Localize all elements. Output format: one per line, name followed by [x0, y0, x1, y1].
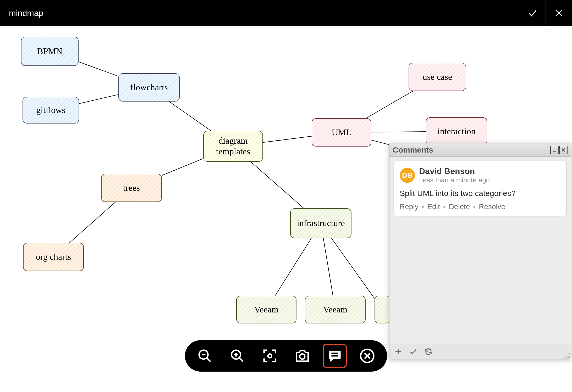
comment-timestamp: Less than a minute ago	[419, 176, 490, 184]
toolbar-close-button[interactable]	[358, 346, 377, 365]
zoom-out-button[interactable]	[195, 346, 214, 365]
refresh-button[interactable]	[425, 348, 432, 356]
edge-infrastructure-veeam1[interactable]	[275, 238, 311, 296]
comments-icon	[327, 348, 343, 364]
svg-line-6	[239, 358, 243, 362]
comments-button[interactable]	[325, 346, 344, 365]
resize-handle[interactable]	[564, 353, 570, 359]
node-flowcharts[interactable]: flowcharts	[118, 73, 180, 102]
svg-point-9	[268, 354, 272, 358]
fit-screen-icon	[262, 348, 277, 363]
comments-panel[interactable]: Comments DB David Benson Less than a min…	[389, 143, 571, 359]
confirm-button[interactable]	[519, 0, 546, 26]
minimize-icon	[552, 147, 557, 153]
resolve-all-button[interactable]	[409, 348, 417, 356]
add-comment-button[interactable]	[394, 348, 402, 356]
camera-button[interactable]	[293, 346, 312, 365]
edge-diagram-infrastructure[interactable]	[251, 162, 304, 208]
edge-uml-interaction[interactable]	[371, 132, 426, 132]
comment-text: Split UML into its two categories?	[400, 189, 560, 198]
zoom-in-icon	[230, 348, 245, 363]
comments-body[interactable]: DB David Benson Less than a minute ago S…	[389, 157, 571, 344]
resolve-link[interactable]: Resolve	[479, 203, 505, 211]
camera-icon	[294, 348, 310, 364]
node-hidden_green[interactable]	[375, 296, 390, 323]
edge-flowcharts-diagram[interactable]	[169, 102, 211, 131]
page-title: mindmap	[0, 8, 43, 18]
header-actions	[519, 0, 572, 26]
edge-diagram-trees[interactable]	[162, 159, 203, 176]
node-interaction[interactable]: interaction	[426, 117, 487, 145]
edge-infrastructure-hidden_green[interactable]	[332, 238, 375, 299]
comment-card[interactable]: DB David Benson Less than a minute ago S…	[394, 161, 566, 216]
edge-diagram-uml[interactable]	[263, 136, 312, 143]
header-bar: mindmap	[0, 0, 572, 26]
close-circle-icon	[359, 348, 375, 364]
node-orgcharts[interactable]: org charts	[23, 243, 84, 271]
plus-icon	[394, 348, 402, 356]
edge-uml-usecase[interactable]	[366, 91, 413, 118]
view-toolbar	[185, 340, 387, 372]
comment-author: David Benson	[419, 166, 490, 176]
close-icon	[561, 147, 566, 153]
node-trees[interactable]: trees	[101, 174, 162, 202]
svg-line-3	[207, 358, 211, 362]
node-veeam1[interactable]: Veeam	[236, 296, 296, 323]
comments-footer	[389, 344, 571, 359]
node-uml[interactable]: UML	[312, 118, 371, 147]
edge-trees-orgcharts[interactable]	[69, 202, 116, 243]
edge-bpmn-flowcharts[interactable]	[79, 62, 118, 76]
comments-titlebar-actions	[550, 146, 568, 154]
avatar: DB	[400, 168, 415, 183]
delete-link[interactable]: Delete	[449, 203, 470, 211]
comment-actions: Reply• Edit• Delete• Resolve	[400, 203, 560, 211]
comment-header: DB David Benson Less than a minute ago	[400, 166, 560, 184]
svg-point-10	[300, 354, 305, 359]
reply-link[interactable]: Reply	[400, 203, 419, 211]
zoom-out-icon	[197, 348, 212, 363]
close-button[interactable]	[546, 0, 572, 26]
edge-infrastructure-veeam2[interactable]	[323, 238, 333, 296]
comments-titlebar[interactable]: Comments	[389, 143, 571, 157]
node-infrastructure[interactable]: infrastructure	[290, 208, 351, 238]
refresh-icon	[425, 348, 432, 356]
node-diagram[interactable]: diagram templates	[203, 131, 263, 162]
edit-link[interactable]: Edit	[427, 203, 440, 211]
comments-title: Comments	[393, 145, 433, 154]
minimize-panel-button[interactable]	[550, 146, 559, 154]
node-gitflows[interactable]: gitflows	[23, 97, 79, 124]
checkmark-icon	[409, 348, 417, 356]
fit-screen-button[interactable]	[260, 346, 279, 365]
node-usecase[interactable]: use case	[409, 63, 466, 91]
node-veeam2[interactable]: Veeam	[305, 296, 366, 323]
edge-gitflows-flowcharts[interactable]	[79, 94, 118, 104]
close-panel-button[interactable]	[559, 146, 568, 154]
checkmark-icon	[527, 8, 538, 19]
node-bpmn[interactable]: BPMN	[21, 37, 79, 66]
zoom-in-button[interactable]	[228, 346, 247, 365]
close-icon	[554, 8, 564, 18]
